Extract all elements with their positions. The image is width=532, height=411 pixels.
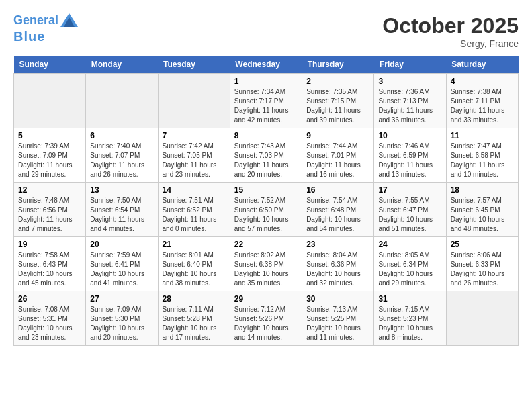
day-number: 12 (18, 185, 81, 195)
weekday-header-monday: Monday (86, 56, 158, 74)
calendar-cell: 3 Sunrise: 7:36 AMSunset: 7:13 PMDayligh… (374, 74, 446, 128)
calendar-cell: 13 Sunrise: 7:50 AMSunset: 6:54 PMDaylig… (86, 183, 158, 237)
calendar-week-row: 1 Sunrise: 7:34 AMSunset: 7:17 PMDayligh… (14, 74, 519, 128)
day-info: Sunrise: 7:13 AMSunset: 5:25 PMDaylight:… (306, 306, 361, 341)
day-info: Sunrise: 7:09 AMSunset: 5:30 PMDaylight:… (90, 306, 144, 341)
weekday-header-friday: Friday (374, 56, 446, 74)
calendar-cell: 31 Sunrise: 7:15 AMSunset: 5:23 PMDaylig… (374, 291, 446, 346)
day-info: Sunrise: 7:42 AMSunset: 7:05 PMDaylight:… (163, 142, 217, 178)
calendar-cell: 29 Sunrise: 7:12 AMSunset: 5:26 PMDaylig… (230, 291, 302, 346)
day-number: 19 (18, 240, 81, 249)
day-info: Sunrise: 7:51 AMSunset: 6:52 PMDaylight:… (163, 197, 217, 232)
day-info: Sunrise: 7:47 AMSunset: 6:58 PMDaylight:… (451, 142, 505, 178)
day-info: Sunrise: 7:43 AMSunset: 7:03 PMDaylight:… (234, 142, 289, 178)
day-number: 9 (306, 131, 369, 140)
day-info: Sunrise: 7:12 AMSunset: 5:26 PMDaylight:… (234, 306, 289, 341)
day-info: Sunrise: 7:59 AMSunset: 6:41 PMDaylight:… (90, 251, 144, 287)
day-number: 11 (451, 131, 514, 140)
day-number: 21 (163, 240, 226, 249)
day-number: 23 (306, 240, 369, 249)
page-header: General Blue October 2025 Sergy, France (13, 13, 519, 49)
calendar-cell: 19 Sunrise: 7:58 AMSunset: 6:43 PMDaylig… (14, 237, 86, 291)
day-info: Sunrise: 7:52 AMSunset: 6:50 PMDaylight:… (234, 197, 289, 232)
day-number: 6 (90, 131, 153, 140)
day-number: 29 (234, 294, 298, 304)
day-number: 8 (234, 131, 298, 140)
day-info: Sunrise: 7:48 AMSunset: 6:56 PMDaylight:… (18, 197, 73, 232)
day-number: 25 (451, 240, 514, 249)
logo-icon (60, 13, 78, 27)
day-number: 28 (163, 294, 226, 304)
location: Sergy, France (382, 38, 519, 49)
weekday-header-thursday: Thursday (302, 56, 374, 74)
day-info: Sunrise: 8:04 AMSunset: 6:36 PMDaylight:… (306, 251, 361, 287)
calendar-cell: 2 Sunrise: 7:35 AMSunset: 7:15 PMDayligh… (302, 74, 374, 128)
day-number: 22 (234, 240, 298, 249)
day-info: Sunrise: 8:05 AMSunset: 6:34 PMDaylight:… (378, 251, 433, 287)
calendar-week-row: 5 Sunrise: 7:39 AMSunset: 7:09 PMDayligh… (14, 128, 519, 183)
day-number: 4 (451, 77, 514, 86)
calendar-cell: 7 Sunrise: 7:42 AMSunset: 7:05 PMDayligh… (158, 128, 230, 183)
calendar-cell: 10 Sunrise: 7:46 AMSunset: 6:59 PMDaylig… (374, 128, 446, 183)
day-info: Sunrise: 7:50 AMSunset: 6:54 PMDaylight:… (90, 197, 144, 232)
day-number: 20 (90, 240, 153, 249)
day-number: 5 (18, 131, 81, 140)
calendar-cell (14, 74, 86, 128)
calendar-cell (86, 74, 158, 128)
day-number: 2 (306, 77, 369, 86)
day-number: 10 (378, 131, 441, 140)
calendar-cell: 25 Sunrise: 8:06 AMSunset: 6:33 PMDaylig… (446, 237, 518, 291)
day-info: Sunrise: 7:11 AMSunset: 5:28 PMDaylight:… (163, 306, 217, 341)
day-info: Sunrise: 7:57 AMSunset: 6:45 PMDaylight:… (451, 197, 505, 232)
calendar-cell: 14 Sunrise: 7:51 AMSunset: 6:52 PMDaylig… (158, 183, 230, 237)
calendar-cell: 17 Sunrise: 7:55 AMSunset: 6:47 PMDaylig… (374, 183, 446, 237)
day-info: Sunrise: 7:58 AMSunset: 6:43 PMDaylight:… (18, 251, 73, 287)
calendar-cell: 9 Sunrise: 7:44 AMSunset: 7:01 PMDayligh… (302, 128, 374, 183)
day-info: Sunrise: 8:01 AMSunset: 6:40 PMDaylight:… (163, 251, 217, 287)
calendar-week-row: 12 Sunrise: 7:48 AMSunset: 6:56 PMDaylig… (14, 183, 519, 237)
day-info: Sunrise: 7:54 AMSunset: 6:48 PMDaylight:… (306, 197, 361, 232)
calendar-cell: 27 Sunrise: 7:09 AMSunset: 5:30 PMDaylig… (86, 291, 158, 346)
day-info: Sunrise: 7:35 AMSunset: 7:15 PMDaylight:… (306, 88, 361, 124)
day-number: 14 (163, 185, 226, 195)
calendar-cell (446, 291, 518, 346)
day-info: Sunrise: 7:38 AMSunset: 7:11 PMDaylight:… (451, 88, 505, 124)
day-info: Sunrise: 7:39 AMSunset: 7:09 PMDaylight:… (18, 142, 73, 178)
day-number: 3 (378, 77, 441, 86)
day-info: Sunrise: 8:06 AMSunset: 6:33 PMDaylight:… (451, 251, 505, 287)
calendar-cell: 24 Sunrise: 8:05 AMSunset: 6:34 PMDaylig… (374, 237, 446, 291)
day-info: Sunrise: 7:15 AMSunset: 5:23 PMDaylight:… (378, 306, 433, 341)
weekday-header-saturday: Saturday (446, 56, 518, 74)
calendar-cell: 23 Sunrise: 8:04 AMSunset: 6:36 PMDaylig… (302, 237, 374, 291)
calendar-cell: 18 Sunrise: 7:57 AMSunset: 6:45 PMDaylig… (446, 183, 518, 237)
day-info: Sunrise: 7:40 AMSunset: 7:07 PMDaylight:… (90, 142, 144, 178)
month-title: October 2025 (382, 13, 519, 38)
calendar-cell: 5 Sunrise: 7:39 AMSunset: 7:09 PMDayligh… (14, 128, 86, 183)
calendar-cell: 26 Sunrise: 7:08 AMSunset: 5:31 PMDaylig… (14, 291, 86, 346)
day-number: 18 (451, 185, 514, 195)
title-block: October 2025 Sergy, France (382, 13, 519, 49)
day-number: 7 (163, 131, 226, 140)
calendar-table: SundayMondayTuesdayWednesdayThursdayFrid… (13, 56, 519, 346)
day-number: 27 (90, 294, 153, 304)
calendar-cell: 6 Sunrise: 7:40 AMSunset: 7:07 PMDayligh… (86, 128, 158, 183)
calendar-cell: 15 Sunrise: 7:52 AMSunset: 6:50 PMDaylig… (230, 183, 302, 237)
calendar-cell: 4 Sunrise: 7:38 AMSunset: 7:11 PMDayligh… (446, 74, 518, 128)
calendar-cell: 11 Sunrise: 7:47 AMSunset: 6:58 PMDaylig… (446, 128, 518, 183)
day-number: 31 (378, 294, 441, 304)
day-info: Sunrise: 7:44 AMSunset: 7:01 PMDaylight:… (306, 142, 361, 178)
weekday-header-sunday: Sunday (14, 56, 86, 74)
day-number: 16 (306, 185, 369, 195)
day-info: Sunrise: 7:08 AMSunset: 5:31 PMDaylight:… (18, 306, 73, 341)
calendar-cell: 21 Sunrise: 8:01 AMSunset: 6:40 PMDaylig… (158, 237, 230, 291)
calendar-cell: 30 Sunrise: 7:13 AMSunset: 5:25 PMDaylig… (302, 291, 374, 346)
logo-text: General (13, 13, 58, 28)
day-number: 24 (378, 240, 441, 249)
day-number: 15 (234, 185, 298, 195)
calendar-week-row: 26 Sunrise: 7:08 AMSunset: 5:31 PMDaylig… (14, 291, 519, 346)
day-number: 13 (90, 185, 153, 195)
calendar-week-row: 19 Sunrise: 7:58 AMSunset: 6:43 PMDaylig… (14, 237, 519, 291)
day-number: 26 (18, 294, 81, 304)
day-info: Sunrise: 7:34 AMSunset: 7:17 PMDaylight:… (234, 88, 289, 124)
calendar-cell: 20 Sunrise: 7:59 AMSunset: 6:41 PMDaylig… (86, 237, 158, 291)
